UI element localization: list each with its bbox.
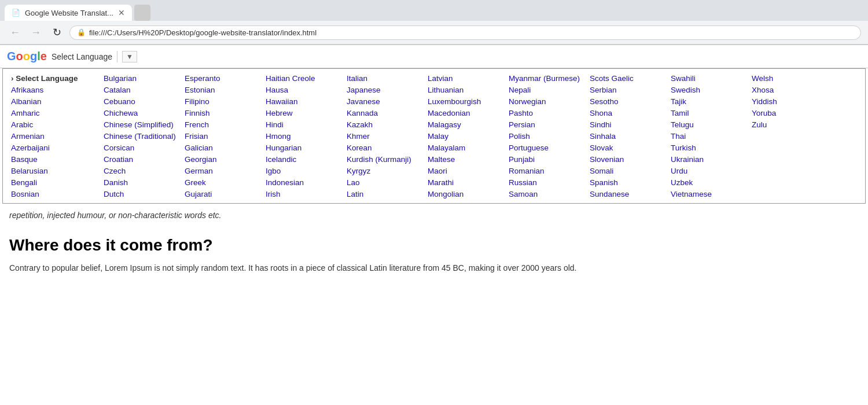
address-bar[interactable]: 🔒 file:///C:/Users/H%20P/Desktop/google-… <box>69 25 861 40</box>
language-item[interactable]: Maori <box>428 165 502 176</box>
language-item[interactable]: Maltese <box>428 153 502 165</box>
language-item[interactable]: Chinese (Traditional) <box>104 130 178 142</box>
language-item[interactable]: Ukrainian <box>671 153 745 165</box>
language-item[interactable]: Italian <box>347 72 421 84</box>
language-item[interactable]: Catalan <box>104 84 178 95</box>
language-item[interactable]: Dutch <box>104 188 178 200</box>
language-item[interactable]: Urdu <box>671 165 745 176</box>
language-item[interactable]: Cebuano <box>104 95 178 107</box>
language-item[interactable]: Marathi <box>428 176 502 188</box>
language-item[interactable]: Yiddish <box>752 95 826 107</box>
language-item[interactable]: Kyrgyz <box>347 165 421 176</box>
language-item[interactable]: Mongolian <box>428 188 502 200</box>
language-item[interactable]: Bulgarian <box>104 72 178 84</box>
language-item[interactable]: Nepali <box>509 84 583 95</box>
language-item[interactable]: Chichewa <box>104 107 178 119</box>
language-item[interactable]: Zulu <box>752 119 826 130</box>
back-button[interactable]: ← <box>7 24 23 41</box>
language-item[interactable]: Malayalam <box>428 142 502 153</box>
language-item[interactable]: Gujarati <box>185 188 259 200</box>
language-item[interactable]: Slovak <box>590 142 664 153</box>
language-item[interactable]: Welsh <box>752 72 826 84</box>
language-item[interactable]: Bengali <box>11 176 97 188</box>
language-item[interactable]: Norwegian <box>509 95 583 107</box>
language-item[interactable]: Russian <box>509 176 583 188</box>
language-item[interactable]: Latvian <box>428 72 502 84</box>
language-item[interactable]: Uzbek <box>671 176 745 188</box>
language-item[interactable]: Turkish <box>671 142 745 153</box>
language-item[interactable]: Swahili <box>671 72 745 84</box>
language-item[interactable]: Bosnian <box>11 188 97 200</box>
new-tab-button[interactable] <box>134 5 150 21</box>
language-item[interactable]: Armenian <box>11 130 97 142</box>
language-item[interactable]: Galician <box>185 142 259 153</box>
language-item[interactable]: Tamil <box>671 107 745 119</box>
language-item[interactable]: Hebrew <box>266 107 340 119</box>
language-item[interactable]: French <box>185 119 259 130</box>
language-item[interactable]: Javanese <box>347 95 421 107</box>
language-item[interactable]: Korean <box>347 142 421 153</box>
language-item[interactable]: Lao <box>347 176 421 188</box>
language-item[interactable]: Japanese <box>347 84 421 95</box>
language-item[interactable]: Danish <box>104 176 178 188</box>
language-item[interactable]: Punjabi <box>509 153 583 165</box>
language-item[interactable]: Irish <box>266 188 340 200</box>
language-item[interactable]: Croatian <box>104 153 178 165</box>
language-item[interactable]: Kazakh <box>347 119 421 130</box>
language-item[interactable]: Scots Gaelic <box>590 72 664 84</box>
language-item[interactable]: Yoruba <box>752 107 826 119</box>
language-item[interactable]: Hausa <box>266 84 340 95</box>
language-item[interactable]: Greek <box>185 176 259 188</box>
language-item[interactable]: Tajik <box>671 95 745 107</box>
refresh-button[interactable]: ↻ <box>49 24 65 41</box>
language-item[interactable]: Shona <box>590 107 664 119</box>
language-item[interactable]: Indonesian <box>266 176 340 188</box>
language-item[interactable]: Malagasy <box>428 119 502 130</box>
language-item[interactable]: Czech <box>104 165 178 176</box>
language-item[interactable]: Samoan <box>509 188 583 200</box>
language-item[interactable]: Vietnamese <box>671 188 745 200</box>
language-item[interactable]: Haitian Creole <box>266 72 340 84</box>
language-item[interactable]: Malay <box>428 130 502 142</box>
language-item[interactable]: Xhosa <box>752 84 826 95</box>
language-item[interactable]: Basque <box>11 153 97 165</box>
language-item[interactable]: Hindi <box>266 119 340 130</box>
language-item[interactable]: Persian <box>509 119 583 130</box>
language-item[interactable]: Arabic <box>11 119 97 130</box>
language-item[interactable]: Albanian <box>11 95 97 107</box>
language-item[interactable]: Esperanto <box>185 72 259 84</box>
dropdown-arrow-button[interactable]: ▼ <box>122 51 137 62</box>
language-item[interactable]: Georgian <box>185 153 259 165</box>
language-item[interactable]: Khmer <box>347 130 421 142</box>
language-item[interactable]: Igbo <box>266 165 340 176</box>
language-item[interactable]: Estonian <box>185 84 259 95</box>
active-tab[interactable]: 📄 Google Website Translat... ✕ <box>5 5 132 21</box>
language-item[interactable]: Sesotho <box>590 95 664 107</box>
language-item[interactable]: Somali <box>590 165 664 176</box>
language-item[interactable]: Latin <box>347 188 421 200</box>
language-item[interactable]: Slovenian <box>590 153 664 165</box>
language-item[interactable]: Serbian <box>590 84 664 95</box>
language-item[interactable]: Romanian <box>509 165 583 176</box>
language-item[interactable]: Sindhi <box>590 119 664 130</box>
language-item[interactable]: Telugu <box>671 119 745 130</box>
language-item[interactable]: Kannada <box>347 107 421 119</box>
language-item[interactable]: Sundanese <box>590 188 664 200</box>
language-item[interactable]: Lithuanian <box>428 84 502 95</box>
language-item[interactable]: Frisian <box>185 130 259 142</box>
language-item[interactable]: Thai <box>671 130 745 142</box>
language-item[interactable]: Polish <box>509 130 583 142</box>
language-item[interactable]: Swedish <box>671 84 745 95</box>
language-item[interactable]: Kurdish (Kurmanji) <box>347 153 421 165</box>
language-item[interactable]: Hmong <box>266 130 340 142</box>
language-item[interactable]: Myanmar (Burmese) <box>509 72 583 84</box>
language-item[interactable]: German <box>185 165 259 176</box>
language-item[interactable]: Pashto <box>509 107 583 119</box>
language-item[interactable]: Chinese (Simplified) <box>104 119 178 130</box>
language-item[interactable]: Luxembourgish <box>428 95 502 107</box>
language-item[interactable]: Icelandic <box>266 153 340 165</box>
language-item[interactable]: Corsican <box>104 142 178 153</box>
language-item[interactable]: Macedonian <box>428 107 502 119</box>
language-item[interactable]: Filipino <box>185 95 259 107</box>
language-item[interactable]: Hawaiian <box>266 95 340 107</box>
